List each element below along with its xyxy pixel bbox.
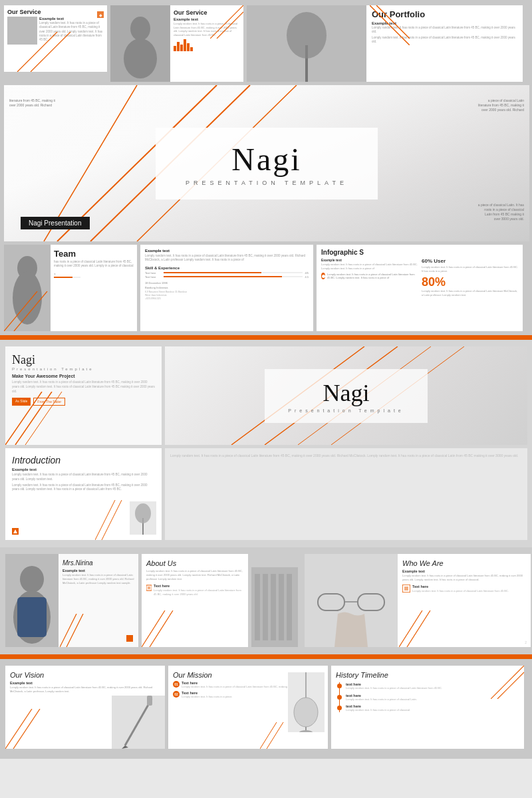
slide-our-service-1[interactable]: Our Service Example text Lomply random t…: [4, 5, 107, 72]
svg-line-72: [260, 722, 277, 749]
hero-subtitle: Presentation Template: [186, 180, 348, 186]
svg-point-11: [287, 12, 327, 59]
mission-photo: [288, 672, 325, 732]
slide-infographic[interactable]: Infographic S Example text Lomply random…: [317, 245, 523, 331]
infographic-body: Lomply random text. It has roots in a pi…: [321, 263, 418, 270]
svg-point-5: [130, 17, 150, 41]
presenter-name-bar: Nagi Presentation: [21, 217, 90, 229]
hero-title-box: Nagi Presentation Template: [156, 128, 378, 200]
svg-line-13: [376, 5, 410, 39]
svg-rect-39: [17, 597, 47, 637]
nagi-small-subtitle: Presentation Template: [12, 367, 155, 371]
infographic-example: Example text: [321, 258, 418, 262]
svg-line-24: [15, 392, 52, 445]
svg-point-69: [294, 698, 318, 727]
slide-people-photo: [110, 5, 170, 82]
cv-body: Lomply random text. It has roots in a pi…: [145, 254, 309, 263]
hero-slide[interactable]: Nagi Presentation Template Nagi Presenta…: [4, 85, 529, 241]
infographic-title: Infographic S: [321, 249, 518, 256]
svg-line-65: [5, 709, 32, 749]
slide-cv[interactable]: Example text Lomply random text. It has …: [140, 245, 313, 331]
svg-line-25: [25, 392, 62, 445]
gallery-row-3: Nagi Presentation Template Make Your Awe…: [5, 346, 527, 445]
svg-line-12: [370, 5, 410, 45]
about-text-here: Text here: [154, 584, 243, 588]
vision-example: Example text: [10, 681, 160, 685]
about-photo: [248, 554, 301, 647]
skill-label: Skill & Experience: [145, 266, 309, 270]
slide-nagi-wide[interactable]: Nagi Presentation Template: [165, 346, 527, 445]
gallery-section-3: Mrs.Nirina Example text Lomply random te…: [0, 547, 532, 654]
nagi-small-title: Nagi: [12, 353, 155, 367]
orange-sq-nirina: [126, 635, 133, 642]
nirina-body: Lomply random text. It has roots in a pi…: [63, 573, 134, 585]
orange-divider-1: [0, 335, 532, 340]
about-body: Lomply random text. It has roots in a pi…: [146, 569, 243, 581]
tree-photo: [130, 501, 156, 535]
svg-line-8: [217, 12, 243, 39]
who-example: Example text: [402, 569, 526, 573]
slide-history-timeline[interactable]: History Timeline text here Lomply random…: [331, 666, 524, 749]
gallery-row-5: Mrs.Nirina Example text Lomply random te…: [5, 554, 527, 647]
slide-nirina[interactable]: Mrs.Nirina Example text Lomply random te…: [5, 554, 138, 647]
who-icon: [402, 585, 410, 593]
percent-60: 60% User: [422, 258, 518, 264]
orange-lines-portfolio: [370, 5, 410, 45]
svg-rect-48: [271, 574, 276, 640]
orange-lines-nagi-small: [5, 392, 65, 445]
orange-lines-team: [4, 291, 57, 331]
vision-photo: [112, 696, 165, 749]
orange-lines-intro: [95, 500, 128, 540]
slide-our-portfolio[interactable]: Our Portfolio Example text Lomply random…: [247, 5, 523, 82]
orange-divider-2: [0, 654, 532, 659]
nirina-name: Mrs.Nirina: [63, 559, 134, 567]
svg-rect-43: [148, 587, 150, 589]
team-title: Team: [54, 249, 134, 259]
svg-rect-49: [279, 574, 284, 640]
slide-who-we-are[interactable]: Who We Are Example text Lomply random te…: [305, 554, 531, 647]
orange-lines-slide1: [4, 32, 107, 72]
team-body: has roots in a piece of classical Latin …: [54, 260, 134, 269]
about-icon: [146, 584, 152, 592]
icon-top-right: ◆: [97, 9, 104, 15]
slide-our-service-2[interactable]: Our Service Example text Lomply random t…: [110, 5, 243, 82]
slide-our-vision[interactable]: Our Vision Example text Lomply random te…: [5, 666, 165, 749]
example-label: Example text: [39, 17, 104, 21]
who-photo: [305, 554, 398, 647]
nagi-wide-title: Nagi: [288, 379, 404, 407]
svg-line-23: [5, 392, 42, 445]
right-bottom-text: a piece of classical Latin. It has roots…: [477, 203, 524, 221]
gallery-section-4: Our Vision Example text Lomply random te…: [0, 659, 532, 759]
right-peek-text: a piece of classical Latin literature fr…: [477, 98, 524, 112]
svg-line-73: [267, 722, 283, 749]
who-body: Lomply random text. It has roots in a pi…: [402, 574, 526, 582]
nirina-example: Example text: [63, 569, 134, 573]
hero-title: Nagi: [186, 141, 348, 178]
orange-lines-vision: [5, 709, 45, 749]
about-text-body: Lomply random text. It has roots in a pi…: [154, 589, 243, 596]
slide-introduction[interactable]: Introduction Example text Lomply random …: [5, 448, 162, 540]
cv-example-label: Example text: [145, 249, 309, 253]
svg-line-21: [4, 291, 37, 331]
orange-lines-slide2: [210, 5, 243, 39]
intro-body: Lomply random text. It has roots in a pi…: [12, 473, 155, 482]
gallery-row-6: Our Vision Example text Lomply random te…: [5, 666, 527, 749]
about-title: About Us: [146, 559, 243, 567]
slide-nagi-small[interactable]: Nagi Presentation Template Make Your Awe…: [5, 346, 162, 445]
orange-sq-intro: [12, 528, 19, 535]
percent-80: 80%: [422, 275, 518, 289]
slide-title: Our Service: [7, 9, 104, 15]
vision-title: Our Vision: [10, 671, 160, 679]
slide-about-us[interactable]: About Us Lomply random text. It has root…: [142, 554, 301, 647]
svg-rect-50: [287, 574, 292, 640]
slide-team[interactable]: Team has roots in a piece of classical L…: [4, 245, 137, 331]
svg-line-66: [13, 709, 40, 749]
wide-spacer: Lomply random text. It has roots in a pi…: [165, 448, 527, 540]
orange-lines-mission: [260, 722, 287, 749]
who-text-body: Lomply random text. It has roots in a pi…: [412, 589, 509, 593]
svg-text:◆: ◆: [99, 13, 102, 17]
gallery-row-2: Team has roots in a piece of classical L…: [4, 245, 528, 331]
intro-example: Example text: [12, 467, 155, 471]
slide-our-mission[interactable]: Our Mission 01 Text here Lomply random t…: [168, 666, 328, 749]
svg-line-2: [17, 32, 57, 72]
